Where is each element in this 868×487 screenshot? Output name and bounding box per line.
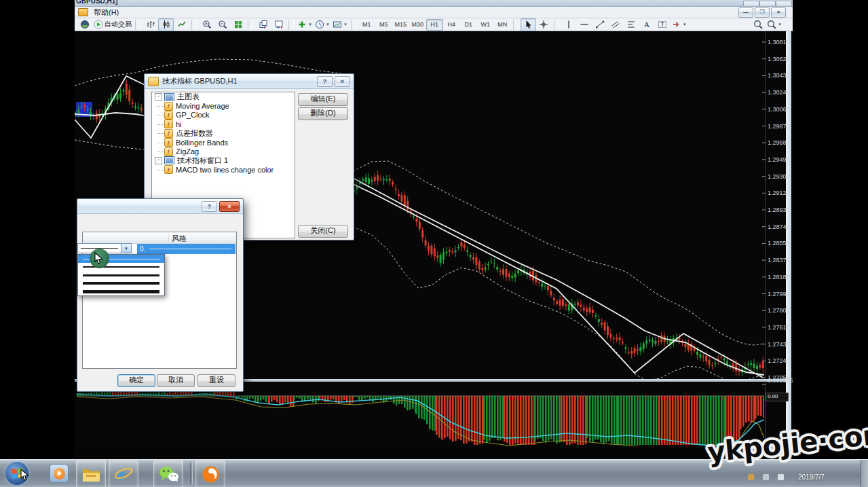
close-icon[interactable]: × [219, 201, 240, 212]
taskbar-internet-explorer[interactable]: e [109, 461, 138, 487]
toolbar-vertical-line-button[interactable] [561, 18, 577, 31]
toolbar-arrange-charts-button[interactable] [271, 18, 286, 31]
toolbar-fibonacci-button[interactable] [624, 18, 639, 31]
chart-minimize-button[interactable]: — [738, 7, 753, 18]
toolbar-cascade-charts-button[interactable] [255, 18, 271, 31]
selected-level-row[interactable]: 0. [137, 244, 235, 254]
toolbar-cursor-button[interactable] [521, 18, 536, 31]
toolbar-connection-button[interactable] [77, 18, 92, 31]
toolbar-text-label-button[interactable]: T [655, 18, 671, 31]
chart-restore-button[interactable]: ❐ [755, 7, 770, 18]
close-button[interactable]: 关闭(C) [298, 225, 348, 238]
timeframe-MN-button[interactable]: MN [494, 19, 511, 31]
price-axis-label: 1.30060 [768, 106, 797, 113]
indicator-name: GP_Clock [176, 111, 210, 119]
tree-collapse-icon[interactable]: - [155, 157, 162, 164]
toolbar-arrows-button[interactable]: ▼ [671, 18, 688, 31]
tray-volume-icon[interactable] [763, 474, 769, 480]
tray-network-icon[interactable] [778, 474, 784, 480]
menu-bar: 帮助(H) — ❐ × [75, 7, 793, 18]
indicators-dialog-titlebar[interactable]: 技术指标 GBPUSD,H1 ? × [145, 74, 354, 89]
taskbar-date[interactable]: 2019/7/7 [798, 473, 846, 481]
levels-table-header: 风格 [83, 232, 236, 244]
toolbar-zoom-out-button[interactable] [214, 18, 230, 31]
toolbar-trendline-button[interactable] [592, 18, 608, 31]
taskbar-media-player[interactable] [46, 461, 72, 486]
edit-button[interactable]: 编辑(E) [298, 93, 348, 106]
cancel-button[interactable]: 取消 [157, 374, 195, 387]
toolbar-horizontal-line-button[interactable] [577, 18, 592, 31]
toolbar-auto-trading-button[interactable]: 自动交易 [92, 18, 133, 31]
show-desktop-button[interactable] [861, 460, 868, 487]
toolbar-candle-chart-button[interactable] [158, 18, 174, 31]
menu-items: 帮助(H) [88, 7, 124, 18]
toolbar-equidistant-channel-button[interactable] [608, 18, 624, 31]
ok-button[interactable]: 确定 [117, 374, 155, 387]
taskbar-wechat[interactable] [153, 461, 183, 487]
timeframe-M1-button[interactable]: M1 [358, 19, 375, 31]
price-axis-label: 1.30810 [768, 39, 797, 46]
tree-connector [157, 105, 164, 107]
taskbar-browser[interactable] [195, 461, 225, 487]
line-width-option[interactable] [78, 271, 164, 279]
toolbar-line-chart-button[interactable] [174, 18, 189, 31]
indicator-name: ZigZag [176, 147, 199, 156]
taskbar-file-explorer[interactable] [76, 461, 106, 487]
indicator-dialog-icon [148, 77, 159, 86]
help-button[interactable]: ? [202, 201, 217, 212]
toolbar-templates-button[interactable]: ▼ [331, 18, 349, 31]
app-titlebar[interactable]: GBPUSD,H1] [75, 0, 793, 7]
tree-item-indicator[interactable]: ƒhi [152, 120, 295, 128]
toolbar-separator [288, 20, 294, 30]
tree-item-indicator[interactable]: ƒZigZag [152, 147, 295, 156]
toolbar-separator [513, 20, 518, 30]
timeframe-M30-button[interactable]: M30 [409, 19, 426, 31]
app-close-button[interactable] [776, 1, 792, 7]
tree-connector [157, 151, 164, 152]
timeframe-D1-button[interactable]: D1 [460, 19, 477, 31]
timeframe-M15-button[interactable]: M15 [392, 19, 409, 31]
toolbar-periods-button[interactable]: ▼ [314, 18, 331, 31]
timeframe-W1-button[interactable]: W1 [477, 19, 494, 31]
indicator-name: hi [176, 120, 182, 128]
tray-update-icon[interactable] [748, 474, 754, 480]
price-axis-label: 1.28930 [768, 206, 797, 213]
app-minimize-button[interactable] [743, 1, 759, 7]
line-width-option[interactable] [78, 287, 164, 295]
combobox-dropdown-icon[interactable]: ▼ [121, 244, 131, 253]
dialog-close-icon[interactable]: × [335, 76, 350, 87]
tree-item-indicator[interactable]: ƒGP_Clock [152, 111, 295, 120]
tree-item-indicator[interactable]: ƒMACD two lines change color [152, 165, 295, 174]
indicator-name: Bollinger Bands [176, 139, 228, 147]
toolbar-bar-chart-button[interactable] [143, 18, 158, 31]
toolbar-zoom-in-button[interactable] [199, 18, 214, 31]
tree-item-indicator[interactable]: ƒ点差报数器 [152, 129, 295, 138]
timeframe-H1-button[interactable]: H1 [426, 19, 443, 31]
tree-connector [157, 124, 164, 125]
toolbar-text-button[interactable]: A [639, 18, 655, 31]
price-axis-label: 1.27995 [768, 291, 797, 297]
chart-window-icon[interactable] [78, 8, 88, 16]
tree-node-window[interactable]: -技术指标窗口 1 [152, 156, 295, 165]
toolbar-add-indicator-button[interactable]: ▼ [296, 18, 314, 31]
price-axis-label: 1.29305 [768, 173, 797, 180]
line-width-option[interactable] [78, 279, 164, 287]
tree-item-indicator[interactable]: ƒBollinger Bands [152, 138, 295, 147]
toolbar-crosshair-button[interactable] [536, 18, 552, 31]
tree-node-window[interactable]: -主图表 [152, 92, 295, 101]
line-width-sample [83, 274, 159, 276]
toolbar-tile-windows-button[interactable] [230, 18, 246, 31]
help-button[interactable]: ? [317, 76, 333, 87]
reset-button[interactable]: 重设 [197, 374, 235, 387]
tree-collapse-icon[interactable]: - [155, 93, 162, 101]
chart-close-button[interactable]: × [771, 7, 786, 18]
toolbar-find-symbol-button[interactable] [750, 18, 766, 31]
menu-item-help[interactable]: 帮助(H) [88, 7, 124, 18]
toolbar-search-button[interactable]: ▼ [766, 18, 783, 31]
tree-item-indicator[interactable]: ƒMoving Average [152, 101, 295, 110]
app-maximize-button[interactable] [759, 1, 776, 7]
style-dialog-titlebar[interactable]: ? × [77, 199, 243, 214]
timeframe-M5-button[interactable]: M5 [375, 19, 392, 31]
timeframe-H4-button[interactable]: H4 [443, 19, 460, 31]
delete-button[interactable]: 删除(D) [298, 107, 348, 120]
